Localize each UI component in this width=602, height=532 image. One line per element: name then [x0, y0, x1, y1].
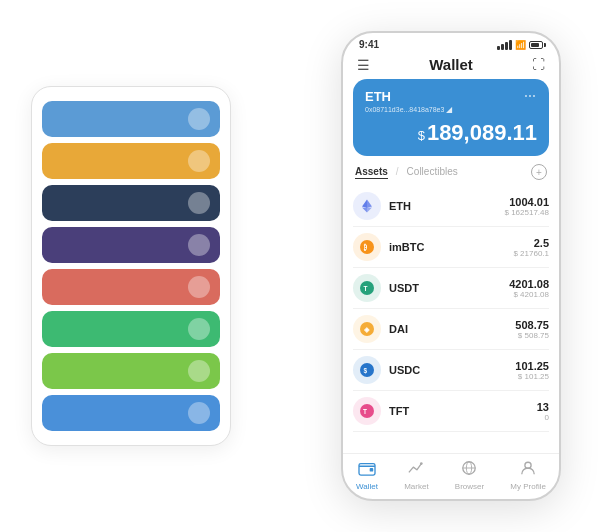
- imbtc-name: imBTC: [389, 241, 505, 253]
- dai-name: DAI: [389, 323, 507, 335]
- usdc-usd: $ 101.25: [515, 372, 549, 381]
- card-dot: [188, 318, 210, 340]
- asset-row-imbtc[interactable]: ₿ imBTC 2.5 $ 21760.1: [353, 227, 549, 268]
- hero-balance: $189,089.11: [365, 120, 537, 146]
- tft-amounts: 13 0: [537, 401, 549, 422]
- hero-coin-name: ETH: [365, 89, 452, 104]
- stack-card-1[interactable]: [42, 101, 220, 137]
- asset-row-usdc[interactable]: $ USDC 101.25 $ 101.25: [353, 350, 549, 391]
- stack-card-6[interactable]: [42, 311, 220, 347]
- tft-balance: 13: [537, 401, 549, 413]
- usdc-balance: 101.25: [515, 360, 549, 372]
- nav-browser[interactable]: Browser: [455, 460, 484, 491]
- bottom-nav: Wallet Market: [343, 453, 559, 499]
- stack-card-5[interactable]: [42, 269, 220, 305]
- stack-card-8[interactable]: [42, 395, 220, 431]
- battery-icon: [529, 41, 543, 49]
- dai-icon: ◈: [353, 315, 381, 343]
- svg-rect-15: [370, 468, 374, 472]
- imbtc-icon: ₿: [353, 233, 381, 261]
- svg-marker-2: [367, 208, 372, 213]
- tft-name: TFT: [389, 405, 529, 417]
- stack-card-2[interactable]: [42, 143, 220, 179]
- nav-profile-label: My Profile: [510, 482, 546, 491]
- hero-more-icon[interactable]: ⋯: [524, 89, 537, 103]
- phone-mockup: 9:41 📶 ☰ Wallet ⛶: [341, 31, 561, 501]
- card-dot: [188, 192, 210, 214]
- card-stack: [31, 86, 231, 446]
- tft-usd: 0: [537, 413, 549, 422]
- asset-row-eth[interactable]: ETH 1004.01 $ 162517.48: [353, 186, 549, 227]
- assets-tabs: Assets / Collectibles: [355, 166, 458, 179]
- signal-icon: [497, 40, 512, 50]
- card-dot: [188, 150, 210, 172]
- eth-balance: 1004.01: [505, 196, 550, 208]
- page-title: Wallet: [429, 56, 473, 73]
- top-nav: ☰ Wallet ⛶: [343, 52, 559, 79]
- dai-usd: $ 508.75: [515, 331, 549, 340]
- wifi-icon: 📶: [515, 40, 526, 50]
- svg-marker-0: [367, 200, 372, 209]
- usdt-icon: T: [353, 274, 381, 302]
- eth-icon: [353, 192, 381, 220]
- svg-point-12: [360, 404, 374, 418]
- usdt-balance: 4201.08: [509, 278, 549, 290]
- dai-amounts: 508.75 $ 508.75: [515, 319, 549, 340]
- eth-amounts: 1004.01 $ 162517.48: [505, 196, 550, 217]
- hero-card[interactable]: ETH 0x08711d3e...8418a78e3 ◢ ⋯ $189,089.…: [353, 79, 549, 156]
- stack-card-3[interactable]: [42, 185, 220, 221]
- browser-icon: [460, 460, 478, 480]
- svg-text:◈: ◈: [363, 326, 370, 333]
- nav-market[interactable]: Market: [404, 460, 428, 491]
- eth-usd: $ 162517.48: [505, 208, 550, 217]
- nav-wallet-label: Wallet: [356, 482, 378, 491]
- card-dot: [188, 360, 210, 382]
- svg-point-4: [360, 240, 374, 254]
- card-dot: [188, 402, 210, 424]
- card-dot: [188, 108, 210, 130]
- svg-text:T: T: [363, 408, 367, 415]
- svg-text:₿: ₿: [363, 243, 367, 251]
- status-time: 9:41: [359, 39, 379, 50]
- add-asset-button[interactable]: +: [531, 164, 547, 180]
- svg-text:$: $: [364, 367, 368, 375]
- svg-text:T: T: [364, 285, 368, 292]
- hero-address: 0x08711d3e...8418a78e3 ◢: [365, 105, 452, 114]
- imbtc-balance: 2.5: [513, 237, 549, 249]
- svg-point-16: [420, 462, 423, 465]
- usdt-amounts: 4201.08 $ 4201.08: [509, 278, 549, 299]
- nav-wallet[interactable]: Wallet: [356, 460, 378, 491]
- tab-assets[interactable]: Assets: [355, 166, 388, 179]
- hamburger-icon[interactable]: ☰: [357, 57, 370, 73]
- asset-list: ETH 1004.01 $ 162517.48 ₿ imBTC 2.5 $: [343, 186, 559, 453]
- status-icons: 📶: [497, 40, 543, 50]
- status-bar: 9:41 📶: [343, 33, 559, 52]
- usdc-icon: $: [353, 356, 381, 384]
- usdc-name: USDC: [389, 364, 507, 376]
- imbtc-amounts: 2.5 $ 21760.1: [513, 237, 549, 258]
- nav-profile[interactable]: My Profile: [510, 460, 546, 491]
- hero-card-top: ETH 0x08711d3e...8418a78e3 ◢ ⋯: [365, 89, 537, 114]
- scene: 9:41 📶 ☰ Wallet ⛶: [11, 11, 591, 521]
- svg-marker-3: [362, 208, 367, 213]
- tab-collectibles[interactable]: Collectibles: [407, 166, 458, 179]
- eth-name: ETH: [389, 200, 497, 212]
- nav-browser-label: Browser: [455, 482, 484, 491]
- asset-row-dai[interactable]: ◈ DAI 508.75 $ 508.75: [353, 309, 549, 350]
- tft-icon: T: [353, 397, 381, 425]
- svg-marker-1: [362, 200, 367, 209]
- asset-row-usdt[interactable]: T USDT 4201.08 $ 4201.08: [353, 268, 549, 309]
- nav-market-label: Market: [404, 482, 428, 491]
- usdt-usd: $ 4201.08: [509, 290, 549, 299]
- card-dot: [188, 276, 210, 298]
- stack-card-4[interactable]: [42, 227, 220, 263]
- assets-header: Assets / Collectibles +: [343, 164, 559, 186]
- dai-balance: 508.75: [515, 319, 549, 331]
- wallet-icon: [358, 460, 376, 480]
- card-dot: [188, 234, 210, 256]
- asset-row-tft[interactable]: T TFT 13 0: [353, 391, 549, 432]
- stack-card-7[interactable]: [42, 353, 220, 389]
- usdc-amounts: 101.25 $ 101.25: [515, 360, 549, 381]
- market-icon: [407, 460, 425, 480]
- expand-icon[interactable]: ⛶: [532, 57, 545, 72]
